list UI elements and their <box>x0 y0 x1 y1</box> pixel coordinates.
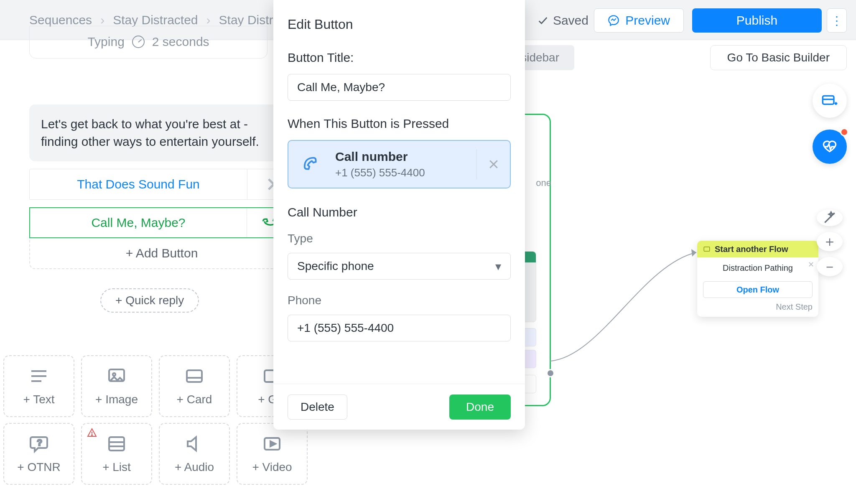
typing-card[interactable]: Typing 2 seconds <box>29 26 268 59</box>
flow-node-header-label: Start another Flow <box>715 244 788 254</box>
card-plus-icon <box>821 92 838 109</box>
edit-button-panel: Edit Button Button Title: When This Butt… <box>273 0 525 430</box>
action-call-number[interactable]: Call number +1 (555) 555-4400 <box>288 140 511 188</box>
palette-audio[interactable]: + Audio <box>159 423 230 485</box>
svg-marker-16 <box>270 441 275 446</box>
flow-node-title: Distraction Pathing <box>703 263 813 273</box>
message-button-row-selected[interactable]: Call Me, Maybe? <box>29 207 294 238</box>
message-button-row[interactable]: That Does Sound Fun <box>29 169 294 200</box>
add-card-fab[interactable] <box>813 84 847 118</box>
phone-icon <box>288 155 335 174</box>
card-icon <box>183 366 206 386</box>
speaker-icon <box>183 434 206 454</box>
saved-label: Saved <box>553 13 588 28</box>
breadcrumb-item: Stay Distr <box>219 13 273 27</box>
svg-rect-5 <box>187 370 202 382</box>
messenger-icon <box>608 15 619 26</box>
svg-text:?: ? <box>37 438 42 447</box>
svg-rect-18 <box>704 247 710 252</box>
zoom-out-button[interactable]: － <box>817 257 843 276</box>
more-menu-button[interactable]: ⋮ <box>827 8 847 33</box>
peek-label: one <box>536 178 551 188</box>
type-select[interactable]: Specific phone ▾ <box>288 253 511 280</box>
health-fab[interactable] <box>813 130 847 164</box>
panel-title: Edit Button <box>273 0 525 45</box>
connector-output[interactable] <box>546 369 555 377</box>
call-number-label: Call Number <box>273 188 525 229</box>
publish-button[interactable]: Publish <box>692 8 822 33</box>
image-icon <box>105 366 128 386</box>
typing-label: Typing <box>87 35 124 49</box>
action-subtitle: +1 (555) 555-4400 <box>335 166 476 179</box>
svg-point-4 <box>113 373 115 376</box>
notification-dot <box>840 128 848 136</box>
button-title-label: Button Title: <box>273 45 525 74</box>
breadcrumb-item[interactable]: Sequences <box>29 13 92 27</box>
text-lines-icon <box>27 366 51 386</box>
palette-list[interactable]: + List <box>81 423 152 485</box>
action-title: Call number <box>335 150 476 164</box>
palette-otnr[interactable]: ? + OTNR <box>3 423 74 485</box>
publish-label: Publish <box>736 13 777 27</box>
palette-text[interactable]: + Text <box>3 355 74 417</box>
add-button-label: + Add Button <box>126 246 198 260</box>
list-icon <box>105 434 128 454</box>
remove-action-button[interactable] <box>476 149 510 179</box>
typing-duration: 2 seconds <box>152 35 209 49</box>
quick-reply-label: + Quick reply <box>115 294 184 307</box>
message-button-label: That Does Sound Fun <box>30 169 247 199</box>
add-button[interactable]: + Add Button <box>29 238 294 269</box>
check-icon <box>537 15 549 26</box>
zoom-in-button[interactable]: ＋ <box>817 232 843 251</box>
preview-label: Preview <box>625 13 670 28</box>
flow-node-header: Start another Flow <box>697 241 818 257</box>
play-square-icon <box>260 434 284 454</box>
delete-label: Delete <box>301 400 334 413</box>
palette-video[interactable]: + Video <box>237 423 308 485</box>
close-icon <box>487 158 500 171</box>
clock-icon <box>132 36 145 48</box>
message-text[interactable]: Let's get back to what you're best at - … <box>29 104 294 161</box>
heartbeat-icon <box>821 138 838 155</box>
done-button[interactable]: Done <box>449 395 511 420</box>
warning-icon <box>87 427 97 440</box>
chevron-right-icon: › <box>206 13 211 27</box>
palette-label: + List <box>102 461 131 474</box>
open-flow-button[interactable]: Open Flow <box>703 281 813 298</box>
flow-edge <box>550 248 705 374</box>
done-label: Done <box>466 400 494 413</box>
type-label: Type <box>273 229 525 253</box>
palette-image[interactable]: + Image <box>81 355 152 417</box>
button-title-input[interactable] <box>288 74 511 101</box>
phone-input[interactable] <box>288 315 511 341</box>
when-pressed-label: When This Button is Pressed <box>273 101 525 140</box>
message-text-content: Let's get back to what you're best at - … <box>41 117 259 148</box>
sparkle-icon <box>821 209 838 226</box>
breadcrumb: Sequences › Stay Distracted › Stay Distr <box>0 13 273 27</box>
phone-label: Phone <box>273 280 525 315</box>
delete-button[interactable]: Delete <box>288 395 347 420</box>
type-value: Specific phone <box>297 260 374 273</box>
palette-label: + Audio <box>175 461 214 474</box>
palette-label: + Video <box>252 461 292 474</box>
palette-label: + OTNR <box>17 461 60 474</box>
magic-wand-button[interactable] <box>817 209 843 226</box>
palette-label: + Card <box>177 393 212 406</box>
flow-node[interactable]: Start another Flow ✕ Distraction Pathing… <box>697 241 818 317</box>
svg-marker-17 <box>691 249 696 257</box>
close-icon[interactable]: ✕ <box>808 260 814 269</box>
kebab-icon: ⋮ <box>831 14 843 27</box>
next-step-label[interactable]: Next Step <box>697 302 818 317</box>
palette-card[interactable]: + Card <box>159 355 230 417</box>
quick-reply-button[interactable]: + Quick reply <box>100 288 199 313</box>
question-bubble-icon: ? <box>27 434 51 454</box>
breadcrumb-item[interactable]: Stay Distracted <box>113 13 198 27</box>
chevron-right-icon: › <box>100 13 104 27</box>
svg-point-11 <box>92 435 92 435</box>
chevron-down-icon: ▾ <box>495 260 501 273</box>
message-button-label: Call Me, Maybe? <box>30 208 247 237</box>
palette-label: + Text <box>23 393 55 406</box>
saved-indicator: Saved <box>537 13 588 28</box>
flow-icon <box>703 245 711 253</box>
preview-button[interactable]: Preview <box>594 8 684 33</box>
